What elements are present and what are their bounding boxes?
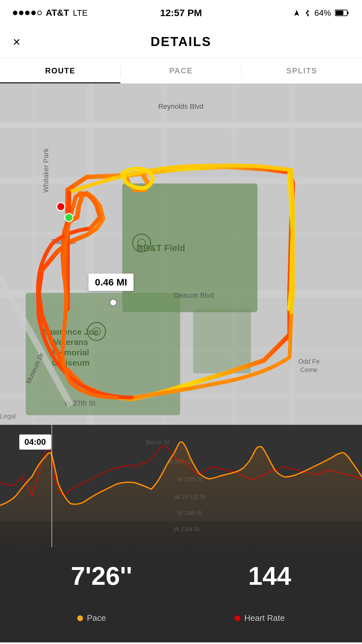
page-header: × DETAILS — [0, 26, 362, 58]
battery-percent: 64% — [314, 8, 331, 18]
signal-dot-5 — [37, 11, 42, 15]
svg-text:Legal: Legal — [0, 413, 16, 420]
tab-splits[interactable]: SPLITS — [242, 58, 362, 83]
heart-rate-legend-dot — [235, 615, 240, 621]
status-right: 64% — [293, 8, 349, 18]
svg-text:Veterans: Veterans — [53, 337, 88, 347]
carrier-name: AT&T — [46, 8, 69, 18]
tabs-bar: ROUTE PACE SPLITS — [0, 58, 362, 84]
chart-area[interactable]: Bacon St W 26th St W 25th St W 24 1/2 St… — [0, 425, 362, 642]
status-left: AT&T LTE — [13, 8, 88, 18]
midpoint-marker — [109, 299, 117, 306]
svg-text:Reynolds Blvd: Reynolds Blvd — [158, 102, 204, 110]
legend-row: Pace Heart Rate — [0, 613, 362, 623]
signal-dot-1 — [13, 11, 17, 15]
svg-rect-5 — [0, 177, 362, 184]
map-area[interactable]: Whitaker Park Reynolds Blvd Baity St Dea… — [0, 84, 362, 425]
heart-rate-legend-label: Heart Rate — [244, 613, 285, 623]
end-marker — [64, 213, 73, 222]
chart-svg: Bacon St W 26th St W 25th St W 24 1/2 St… — [0, 425, 362, 642]
network-type: LTE — [73, 8, 88, 18]
page-title: DETAILS — [151, 34, 211, 49]
signal-dots — [13, 11, 42, 15]
svg-text:Whitaker Park: Whitaker Park — [42, 148, 50, 193]
signal-dot-2 — [19, 11, 23, 15]
svg-rect-2 — [336, 11, 343, 15]
distance-label: 0.46 MI — [88, 274, 134, 291]
close-button[interactable]: × — [13, 35, 20, 48]
location-icon — [293, 9, 300, 16]
heart-rate-value: 144 — [248, 561, 291, 591]
status-time: 12:57 PM — [160, 7, 202, 18]
svg-rect-4 — [0, 122, 362, 128]
svg-text:Deacon Blvd: Deacon Blvd — [174, 291, 214, 299]
tab-pace[interactable]: PACE — [121, 58, 241, 83]
time-line-marker — [51, 425, 52, 547]
time-label: 04:00 — [19, 434, 51, 450]
pace-value: 7'26'' — [71, 561, 132, 591]
status-bar: AT&T LTE 12:57 PM 64% — [0, 0, 362, 26]
svg-rect-17 — [193, 309, 251, 373]
start-marker — [56, 202, 65, 211]
signal-dot-4 — [31, 11, 36, 15]
svg-text:Bacon St: Bacon St — [146, 439, 169, 445]
map-svg: Whitaker Park Reynolds Blvd Baity St Dea… — [0, 84, 362, 425]
tab-route[interactable]: ROUTE — [0, 58, 120, 83]
heart-rate-legend: Heart Rate — [235, 613, 285, 623]
battery-icon — [335, 9, 349, 16]
stats-row: 7'26'' 144 — [0, 561, 362, 591]
signal-dot-3 — [25, 11, 30, 15]
pace-legend: Pace — [77, 613, 106, 623]
pace-legend-label: Pace — [87, 613, 106, 623]
svg-text:Odd Fe: Odd Fe — [298, 358, 320, 365]
pace-legend-dot — [77, 615, 83, 621]
bluetooth-icon — [304, 9, 311, 17]
svg-text:Ceme: Ceme — [300, 366, 317, 373]
svg-rect-1 — [347, 12, 348, 14]
